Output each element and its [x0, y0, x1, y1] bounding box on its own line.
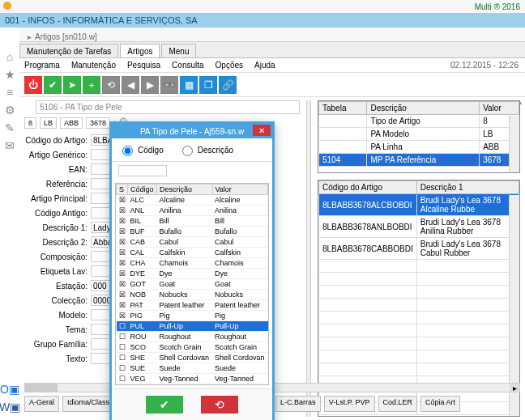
list-item[interactable]: ☒ALCAlcalineAlcaline: [117, 195, 268, 206]
toolbar-link-icon[interactable]: 🔗: [219, 76, 237, 94]
radio-codigo-input[interactable]: [122, 146, 133, 156]
lbl-ean: EAN:: [24, 165, 91, 174]
lbl-modelo: Modelo:: [24, 311, 91, 320]
list-item[interactable]: ☒DYEDyeDye: [117, 269, 268, 279]
list-item[interactable]: ☒BUFBufalloBufallo: [117, 227, 268, 237]
modal-close-button[interactable]: ✕: [253, 125, 271, 136]
tool-icon[interactable]: ✎: [3, 121, 16, 134]
field-selector[interactable]: 5106 - PA Tipo de Pele: [36, 100, 300, 114]
list-item[interactable]: ☒CHAChamoisChamois: [117, 258, 268, 269]
scroll-thumb[interactable]: [25, 384, 58, 392]
toolbar-grid-icon[interactable]: ▦: [180, 76, 198, 94]
toolbar-run-icon[interactable]: ➤: [63, 76, 81, 94]
th-desc1[interactable]: Descrição 1: [416, 181, 519, 194]
tab-menu[interactable]: Menu: [161, 44, 196, 57]
splitter[interactable]: [306, 100, 311, 417]
list-item[interactable]: ☐PULPull-UpPull-Up: [117, 321, 268, 332]
toolbar-refresh-icon[interactable]: ⟲: [102, 76, 120, 94]
table-row[interactable]: 8LBABB3678CABBOBDIBrudi Lady's Lea 3678 …: [319, 238, 519, 260]
filter-chip-0[interactable]: 8: [24, 117, 36, 129]
radio-descricao-input[interactable]: [182, 146, 193, 156]
modal-cancel-button[interactable]: ⟲: [201, 396, 238, 414]
th-valor[interactable]: Valor: [480, 102, 519, 115]
th-descricao[interactable]: Descrição: [367, 102, 480, 115]
list-item[interactable]: ☐SUESuedeSuede: [117, 363, 268, 374]
tab-manutencao-tarefas[interactable]: Manutenção de Tarefas: [19, 44, 118, 57]
modal-search-input[interactable]: [118, 165, 167, 176]
outlook-icon[interactable]: O▣: [3, 383, 16, 396]
datetime-label: 02.12.2015 - 12:26: [450, 61, 519, 70]
th-tabela[interactable]: Tabela: [319, 102, 367, 115]
toolbar-add-icon[interactable]: ＋: [83, 76, 100, 94]
radio-codigo[interactable]: Código: [118, 143, 164, 156]
list-item[interactable]: ☒CABCabulCabul: [117, 237, 268, 248]
list-item[interactable]: ☒NOBNobucksNobucks: [117, 290, 268, 300]
table-row[interactable]: PA ModeloLB: [319, 128, 519, 141]
tab-artigos[interactable]: Artigos: [120, 44, 160, 57]
modal-ok-button[interactable]: ✔: [146, 396, 183, 414]
toolbar: ⏻ ✔ ➤ ＋ ⟲ ◀ ▶ 👓 ▦ ❐ 🔗: [19, 73, 525, 97]
bottom-tab-1[interactable]: Idioma/Class: [62, 396, 114, 412]
bottom-tab-7[interactable]: V-Lst.P. PVP: [324, 396, 375, 412]
list-item[interactable]: ☒CALCalfskinCalfskin: [117, 248, 268, 258]
menu-consulta[interactable]: Consulta: [172, 61, 203, 70]
window-title: 001 - INFOS - INFORMÁTICA E SERVIÇOS, SA: [5, 15, 198, 25]
list-item[interactable]: ☒ANLAnilinaAnilina: [117, 206, 268, 216]
list-item[interactable]: ☐SHEShell CordovanShell Cordovan: [117, 353, 268, 363]
bottom-tab-9[interactable]: Cópia Art: [420, 396, 460, 412]
th-codigo[interactable]: Código: [128, 185, 157, 195]
articles-grid[interactable]: Código do Artigo Descrição 1 8LBABB3678A…: [318, 180, 520, 417]
th-s[interactable]: S: [117, 185, 128, 195]
table-row[interactable]: 8LBABB3678ANLBOBDIBrudi Lady's Lea 3678 …: [319, 216, 519, 238]
menu-ajuda[interactable]: Ajuda: [254, 61, 275, 70]
list-item[interactable]: ☐ROURoughoutRoughout: [117, 332, 268, 342]
toolbar-next-icon[interactable]: ▶: [141, 76, 159, 94]
list-item[interactable]: ☐SCOScotch GrainScotch Grain: [117, 342, 268, 353]
gear-icon[interactable]: ⚙: [3, 104, 16, 117]
attributes-grid[interactable]: Tabela Descrição Valor Tipo de Artigo8PA…: [318, 100, 520, 173]
table-row[interactable]: 5104MP PA Referência3678: [319, 154, 519, 167]
scroll-right-arrow[interactable]: ▸: [510, 384, 519, 392]
list-item[interactable]: ☒BILBillBill: [117, 216, 268, 227]
home-icon[interactable]: ⌂: [3, 50, 16, 63]
lbl-grupo-familia: Grupo Família:: [24, 340, 91, 349]
lbl-artigo-principal: Artigo Principal:: [24, 194, 91, 203]
th-codigo-artigo[interactable]: Código do Artigo: [319, 181, 417, 194]
filter-chip-2[interactable]: ABB: [60, 117, 83, 129]
menubar: Programa Manutenção Pesquisa Consulta Op…: [19, 58, 525, 73]
table-row[interactable]: PA LinhaABB: [319, 141, 519, 154]
toolbar-power-icon[interactable]: ⏻: [24, 76, 42, 94]
filter-chip-1[interactable]: LB: [40, 117, 57, 129]
menu-opcoes[interactable]: Opções: [216, 61, 243, 70]
word-icon[interactable]: W▣: [3, 401, 16, 414]
menu-pesquisa[interactable]: Pesquisa: [127, 61, 160, 70]
filter-chip-3[interactable]: 3678: [86, 117, 110, 129]
modal-list[interactable]: S Código Descrição Valor ☒ALCAlcalineAlc…: [115, 183, 269, 385]
bottom-tab-6[interactable]: L-C.Barras: [275, 396, 321, 412]
list-item[interactable]: ☒PIGPigPig: [117, 311, 268, 321]
table-row[interactable]: 8LBABB3678ALCBOBDIBrudi Lady's Lea 3678 …: [319, 194, 519, 216]
left-rail: ⌂ ★ ≡ ⚙ ✎ ✉ O▣ W▣: [0, 28, 19, 420]
chat-icon[interactable]: ✉: [3, 139, 16, 152]
radio-descricao[interactable]: Descrição: [178, 143, 233, 156]
list-item[interactable]: ☒GOTGoatGoat: [117, 279, 268, 290]
toolbar-prev-icon[interactable]: ◀: [122, 76, 139, 94]
toolbar-binoc-icon[interactable]: 👓: [160, 76, 178, 94]
menu-manutencao[interactable]: Manutenção: [71, 61, 116, 70]
menu-programa[interactable]: Programa: [24, 61, 60, 70]
star-icon[interactable]: ★: [3, 68, 16, 81]
bottom-tab-8[interactable]: Cod.LER: [378, 396, 418, 412]
th-mdesc[interactable]: Descrição: [157, 185, 212, 195]
bars-icon[interactable]: ≡: [3, 86, 16, 99]
bottom-tab-0[interactable]: A-Geral: [24, 396, 59, 412]
modal-title: PA Tipo de Pele - Aj559-sn.w: [140, 127, 244, 136]
toolbar-check-icon[interactable]: ✔: [44, 76, 62, 94]
lbl-texto: Texto:: [24, 354, 91, 363]
list-item[interactable]: ☐VEGVeg-TannedVeg-Tanned: [117, 374, 268, 384]
table-row[interactable]: Tipo de Artigo8: [319, 115, 519, 128]
windows-icon[interactable]: [3, 32, 16, 45]
toolbar-copy-icon[interactable]: ❐: [199, 76, 217, 94]
list-item[interactable]: ☒PATPatent leatherPatent leather: [117, 300, 268, 311]
th-mvalor[interactable]: Valor: [212, 185, 268, 195]
lbl-estacao: Estação:: [24, 282, 91, 291]
